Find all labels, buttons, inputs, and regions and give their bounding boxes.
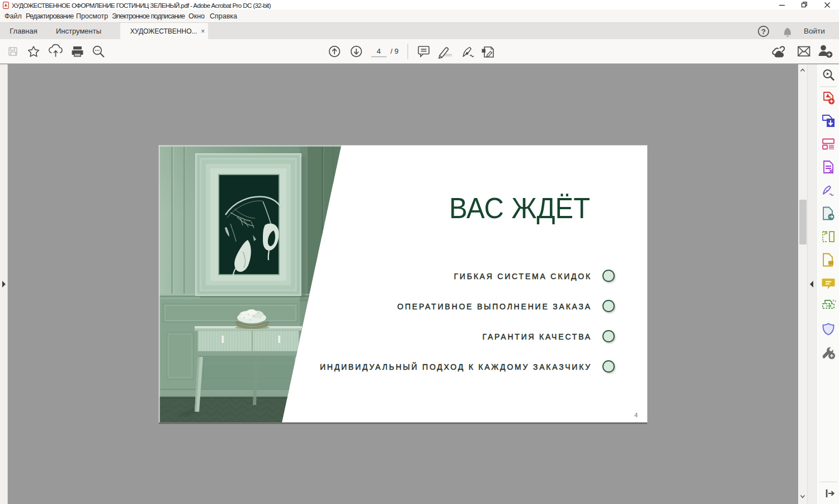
svg-text:4: 4 xyxy=(376,47,380,55)
svg-text:/ 9: / 9 xyxy=(390,47,398,55)
svg-text:?: ? xyxy=(761,27,766,36)
